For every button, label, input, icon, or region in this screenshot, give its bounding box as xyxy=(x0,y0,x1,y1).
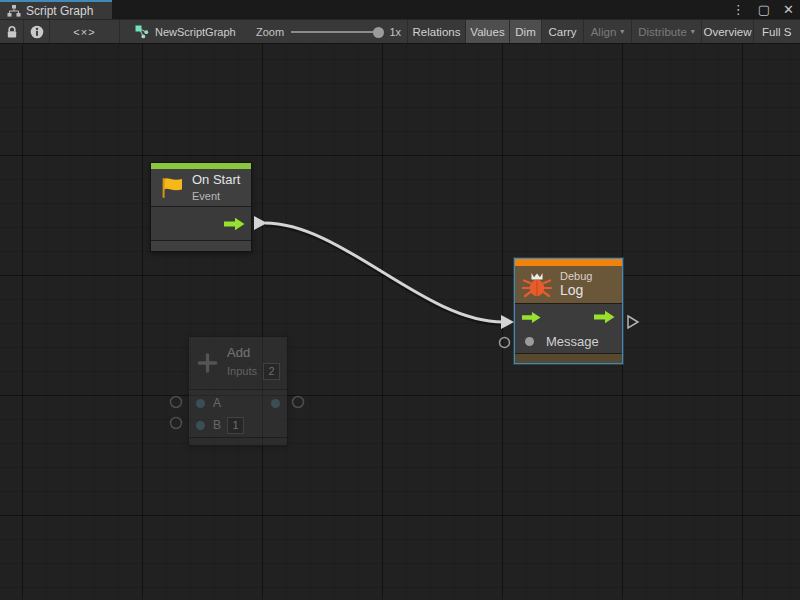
external-port-message[interactable] xyxy=(500,338,510,348)
output-port-sum[interactable] xyxy=(271,399,280,408)
node-footer xyxy=(515,353,622,363)
node-footer xyxy=(189,437,287,445)
graph-name: NewScriptGraph xyxy=(155,26,236,38)
node-title: On Start xyxy=(192,173,240,188)
port-b-value-field[interactable]: 1 xyxy=(227,417,244,434)
graph-toolbar: <×> NewScriptGraph Zoom 1x Relations Val… xyxy=(0,19,800,44)
node-add[interactable]: Add Inputs 2 A B 1 xyxy=(188,336,288,446)
zoom-slider-handle[interactable] xyxy=(373,27,384,38)
external-port-flow-out[interactable] xyxy=(628,316,638,328)
node-category: Debug xyxy=(560,270,592,282)
maximize-icon[interactable]: ▢ xyxy=(758,3,770,16)
script-graph-icon xyxy=(135,25,149,39)
node-on-start-event[interactable]: On Start Event xyxy=(150,162,252,252)
lock-icon xyxy=(6,25,18,39)
external-port-b[interactable] xyxy=(171,418,182,429)
zoom-control: Zoom 1x xyxy=(254,20,407,43)
node-footer xyxy=(151,240,251,251)
wire-start-arrow xyxy=(254,216,267,230)
node-header: On Start Event xyxy=(151,169,251,207)
menu-icon[interactable]: ⋮ xyxy=(732,3,745,16)
debug-accent-bar xyxy=(515,259,622,266)
window-controls: ⋮ ▢ ✕ xyxy=(732,0,794,19)
dropdown-distribute[interactable]: Distribute ▾ xyxy=(631,20,701,43)
message-value-port[interactable] xyxy=(525,337,534,346)
flow-input-port[interactable] xyxy=(522,311,541,324)
script-graph-window: Script Graph ⋮ ▢ ✕ <×> xyxy=(0,0,800,600)
info-icon xyxy=(30,25,44,39)
plus-icon xyxy=(196,349,219,377)
flow-output-port[interactable] xyxy=(594,310,615,324)
port-b-label: B xyxy=(213,418,221,432)
node-debug-log[interactable]: Debug Log Message xyxy=(514,258,623,364)
inputs-count-field[interactable]: 2 xyxy=(263,363,280,380)
connections-overlay xyxy=(0,44,800,599)
bug-icon xyxy=(522,271,552,298)
zoom-value: 1x xyxy=(389,26,401,38)
wire-end-arrow xyxy=(501,315,514,329)
external-port-a[interactable] xyxy=(171,397,182,408)
graph-breadcrumb[interactable]: NewScriptGraph xyxy=(120,20,254,43)
button-overview[interactable]: Overview xyxy=(701,20,753,43)
close-icon[interactable]: ✕ xyxy=(783,3,794,16)
info-button[interactable] xyxy=(24,20,50,43)
toolbar-toggles: Relations Values Dim Carry Align ▾ Distr… xyxy=(407,20,800,43)
flow-output-port[interactable] xyxy=(224,217,245,231)
node-title: Add xyxy=(227,346,280,361)
toggle-values[interactable]: Values xyxy=(465,20,509,43)
input-port-a[interactable] xyxy=(196,399,205,408)
node-title: Log xyxy=(560,282,592,298)
button-fullscreen[interactable]: Full S xyxy=(753,20,800,43)
dropdown-align[interactable]: Align ▾ xyxy=(583,20,631,43)
zoom-slider[interactable] xyxy=(291,31,380,33)
toggle-carry[interactable]: Carry xyxy=(541,20,583,43)
node-body: Message xyxy=(515,304,622,353)
chevron-down-icon: ▾ xyxy=(620,27,624,36)
graph-hierarchy-icon xyxy=(7,5,21,17)
flag-icon xyxy=(158,176,184,200)
flow-connection-wire[interactable] xyxy=(265,223,503,322)
tab-strip: Script Graph ⋮ ▢ ✕ xyxy=(0,0,800,19)
external-port-add-out[interactable] xyxy=(293,397,304,408)
code-view-button[interactable]: <×> xyxy=(50,20,120,43)
toggle-relations[interactable]: Relations xyxy=(407,20,465,43)
zoom-label: Zoom xyxy=(256,26,284,38)
inputs-label: Inputs xyxy=(227,365,257,377)
chevron-down-icon: ▾ xyxy=(691,27,695,36)
graph-canvas[interactable]: On Start Event xyxy=(0,44,800,599)
node-body xyxy=(151,207,251,240)
node-header: Debug Log xyxy=(515,266,622,304)
tab-title: Script Graph xyxy=(26,4,93,18)
toggle-dim[interactable]: Dim xyxy=(509,20,541,43)
port-a-label: A xyxy=(213,396,221,410)
node-subtitle: Event xyxy=(192,190,240,202)
message-port-label: Message xyxy=(546,334,599,349)
node-body: A B 1 xyxy=(189,390,287,437)
input-port-b[interactable] xyxy=(196,421,205,430)
lock-button[interactable] xyxy=(0,20,24,43)
node-header: Add Inputs 2 xyxy=(189,337,287,390)
tab-script-graph[interactable]: Script Graph xyxy=(0,0,112,19)
